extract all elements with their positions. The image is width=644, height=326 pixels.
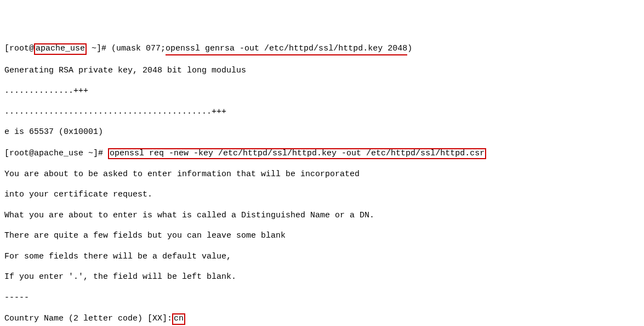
terminal-line-2: [root@apache_use ~]# openssl req -new -k… (4, 148, 640, 160)
terminal-line-1: [root@apache_use ~]# (umask 077;openssl … (4, 43, 640, 55)
output-genrsa3: ........................................… (4, 107, 640, 117)
country-value: cn (172, 313, 185, 325)
prompt-suffix: ~]# (87, 44, 111, 53)
output-genrsa1: Generating RSA private key, 2048 bit lon… (4, 66, 640, 76)
prompt-prefix: [root@ (4, 44, 34, 53)
output-req1: You are about to be asked to enter infor… (4, 170, 640, 180)
hostname-highlight: apache_use (34, 43, 87, 55)
output-genrsa4: e is 65537 (0x10001) (4, 127, 640, 138)
output-req7: ----- (4, 293, 640, 303)
output-genrsa2: ..............+++ (4, 86, 640, 97)
country-line: Country Name (2 letter code) [XX]:cn (4, 313, 640, 325)
prompt2: [root@apache_use ~]# (4, 149, 108, 158)
cmd2-highlight: openssl req -new -key /etc/httpd/ssl/htt… (108, 148, 486, 160)
country-label: Country Name (2 letter code) [XX]: (4, 314, 172, 323)
output-req4: There are quite a few fields but you can… (4, 231, 640, 241)
cmd1-end: ) (407, 44, 412, 53)
output-req3: What you are about to enter is what is c… (4, 211, 640, 221)
output-req2: into your certificate request. (4, 190, 640, 200)
cmd1-highlight: openssl genrsa -out /etc/httpd/ssl/httpd… (166, 44, 407, 55)
output-req6: If you enter '.', the field will be left… (4, 272, 640, 283)
output-req5: For some fields there will be a default … (4, 252, 640, 262)
cmd1-left: (umask 077; (111, 44, 166, 53)
